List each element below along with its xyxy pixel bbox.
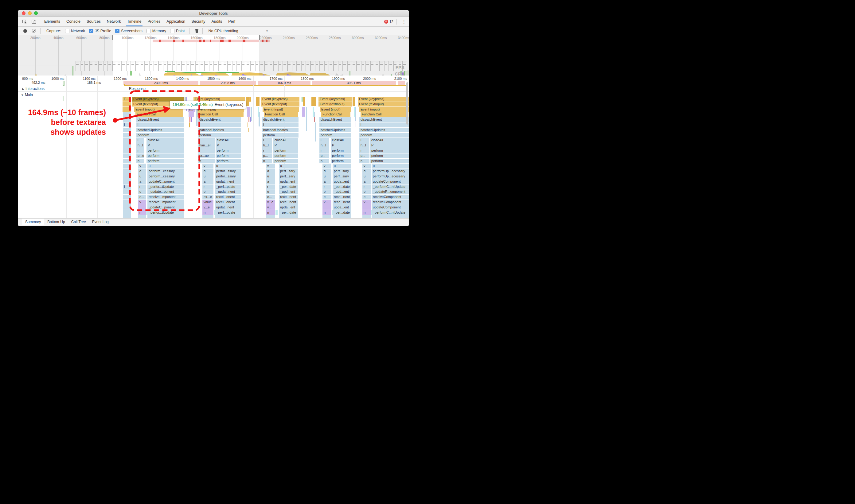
tab-profiles[interactable]: Profiles <box>144 17 163 26</box>
flame-bar[interactable]: Function Call <box>136 112 183 117</box>
flame-bar[interactable]: n <box>262 159 272 164</box>
flame-bar[interactable]: rece...nent <box>279 195 298 199</box>
flame-bar[interactable]: rece...nent <box>333 195 351 199</box>
flame-bar[interactable]: performUp...ecessary <box>372 169 409 174</box>
flame-bar[interactable]: u <box>333 164 351 168</box>
flame-bar[interactable]: e... <box>322 195 331 199</box>
flame-bar[interactable]: u <box>147 164 184 168</box>
flame-bar[interactable]: rece...nent <box>279 200 298 205</box>
flame-bar[interactable]: recei...onent <box>215 195 241 199</box>
tab-audits[interactable]: Audits <box>208 17 225 26</box>
flame-bar[interactable]: d <box>266 169 275 174</box>
flame-bar[interactable]: v... <box>322 200 331 205</box>
flame-bar[interactable]: Function Call <box>361 112 408 117</box>
flame-bar[interactable]: n <box>136 159 144 164</box>
flame-bar[interactable]: perform <box>331 159 351 164</box>
overview-window-handle-left[interactable] <box>112 35 113 40</box>
flame-bar[interactable]: dispatchEvent <box>262 117 298 122</box>
flame-bar[interactable]: perform <box>319 133 351 138</box>
screenshot-thumbnail[interactable] <box>145 61 149 71</box>
flame-bar[interactable]: _upd...ent <box>279 190 298 194</box>
tab-timeline[interactable]: Timeline <box>124 17 145 26</box>
flame-bar[interactable]: r <box>262 148 272 153</box>
flame-bar[interactable]: batchedUpdates <box>319 128 351 132</box>
flame-bar[interactable]: closeAll <box>370 138 409 143</box>
screenshot-thumbnail[interactable] <box>149 61 154 71</box>
screenshot-thumbnail[interactable] <box>140 61 145 71</box>
flame-bar[interactable]: dispatchEvent <box>198 117 241 122</box>
flame-bar[interactable]: perfor...ssary <box>215 174 241 179</box>
flame-bar[interactable]: perform <box>273 159 298 164</box>
flame-bar[interactable]: perf...sary <box>333 169 351 174</box>
checkbox-memory[interactable] <box>146 29 151 33</box>
screenshot-thumbnail[interactable] <box>131 61 136 71</box>
flame-bar[interactable]: i <box>123 184 131 190</box>
flame-minor-bar[interactable] <box>189 112 194 117</box>
checkbox-paint[interactable] <box>170 29 174 33</box>
flame-bar[interactable] <box>123 179 131 184</box>
screenshot-thumbnail[interactable] <box>191 61 195 71</box>
screenshot-thumbnail[interactable] <box>228 61 232 71</box>
flame-bar[interactable]: Event (textInput) <box>358 102 409 107</box>
screenshot-thumbnail[interactable] <box>112 61 117 71</box>
flame-bar[interactable]: perform <box>146 148 184 153</box>
screenshot-thumbnail[interactable] <box>158 61 163 71</box>
flame-bar[interactable] <box>276 210 278 215</box>
flame-bar[interactable] <box>322 205 331 210</box>
flame-bar[interactable]: n <box>322 210 331 215</box>
flame-bar[interactable]: n <box>319 159 329 164</box>
flame-bar[interactable] <box>123 154 131 158</box>
flame-bar[interactable]: u <box>322 174 331 179</box>
interaction-bar[interactable] <box>398 81 405 85</box>
flame-bar[interactable]: r <box>322 184 331 190</box>
flame-bar[interactable] <box>123 102 131 107</box>
flame-bar[interactable]: r <box>203 184 213 190</box>
interaction-bar[interactable]: 205.8 ms <box>199 81 256 85</box>
flame-bar[interactable]: u <box>215 164 241 168</box>
screenshot-thumbnail[interactable] <box>241 61 246 71</box>
flame-bar[interactable]: h...l <box>319 143 329 148</box>
screenshot-thumbnail[interactable] <box>186 61 191 71</box>
flame-bar[interactable]: a <box>266 179 275 184</box>
flame-bar[interactable]: _perf...pdate <box>215 184 241 190</box>
flame-bar[interactable]: v <box>362 164 371 168</box>
flame-bar[interactable]: d <box>362 169 371 174</box>
flame-bar[interactable]: v... <box>266 205 275 210</box>
flame-bar[interactable] <box>123 133 131 138</box>
overview-window-handle-right[interactable] <box>259 35 260 40</box>
flame-bar[interactable]: updat...nent <box>215 205 241 210</box>
flame-bar[interactable]: perfor...ssary <box>215 169 241 174</box>
flame-bar[interactable]: p... <box>359 154 369 158</box>
flame-chart-area[interactable]: ▶Interactions Response ▼Main 900 ms1000 … <box>18 75 409 218</box>
flame-bar[interactable]: pr...ue <box>198 154 215 158</box>
flame-bar[interactable]: n <box>138 210 146 215</box>
flame-bar[interactable] <box>123 195 131 199</box>
flame-bar[interactable]: i <box>262 138 272 143</box>
flame-bar[interactable] <box>123 174 131 179</box>
tab-elements[interactable]: Elements <box>41 17 63 26</box>
vertical-scrollbar[interactable] <box>406 82 408 125</box>
checkbox-js-profile[interactable]: ✓ <box>89 29 93 33</box>
flame-bar[interactable]: i <box>198 138 215 143</box>
flame-bar[interactable] <box>123 112 131 117</box>
flame-bar[interactable]: n <box>198 159 215 164</box>
flame-bar[interactable]: d <box>138 169 146 174</box>
tab-application[interactable]: Application <box>163 17 188 26</box>
flame-bar[interactable]: p...e <box>136 154 144 158</box>
inspect-element-icon[interactable] <box>21 19 28 25</box>
flame-bar[interactable] <box>138 205 146 210</box>
flame-bar[interactable]: updat...nent <box>215 179 241 184</box>
flame-bar[interactable]: Event (textInput) <box>261 102 299 107</box>
flame-bar[interactable]: perform <box>370 159 409 164</box>
flame-bar[interactable]: updateComponent <box>372 205 409 210</box>
flame-bar[interactable]: Function Call <box>264 112 298 117</box>
flame-bar[interactable]: v <box>138 164 146 168</box>
flame-bar[interactable]: u <box>372 164 409 168</box>
flame-bar[interactable] <box>123 128 131 132</box>
flame-bar[interactable]: _perf...pdate <box>215 210 241 215</box>
flame-bar[interactable]: _per...date <box>279 184 298 190</box>
flame-bar[interactable]: P <box>273 143 298 148</box>
tab-console[interactable]: Console <box>63 17 84 26</box>
tab-sources[interactable]: Sources <box>84 17 104 26</box>
flame-bar[interactable]: perform <box>370 154 409 158</box>
